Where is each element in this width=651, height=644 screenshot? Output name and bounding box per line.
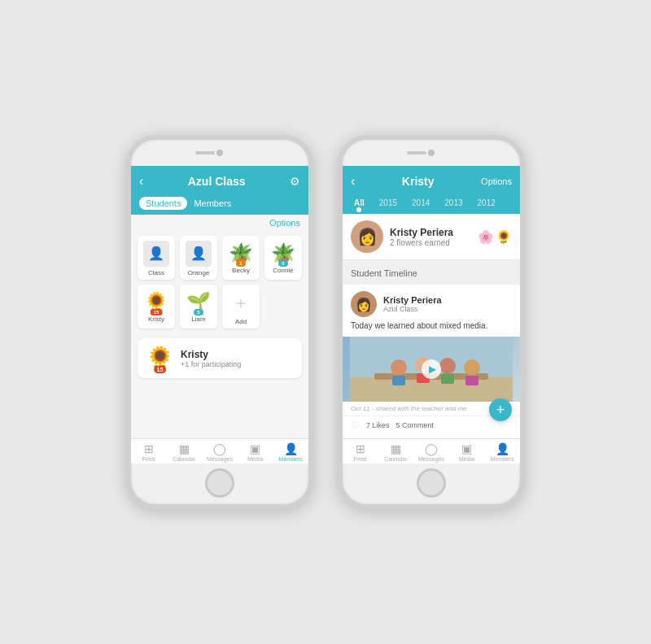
svg-point-6 bbox=[464, 359, 480, 376]
right-back-button[interactable]: ‹ bbox=[351, 174, 355, 189]
calendar-label: Calendar bbox=[173, 456, 195, 462]
nav-feed[interactable]: ⊞ Feed bbox=[131, 442, 167, 462]
right-phone: ‹ Kristy Options All 2015 2014 2013 2012… bbox=[338, 135, 525, 509]
right-nav-messages[interactable]: ◯ Messages bbox=[413, 442, 449, 462]
flower-2: 🌻 bbox=[496, 229, 512, 245]
student-grid: 👤 Class 👤 Orange 🪴 1 bbox=[131, 231, 308, 333]
right-bottom-nav: ⊞ Feed ▦ Calendar ◯ Messages ▣ Media 👤 bbox=[343, 438, 520, 463]
right-messages-label: Messages bbox=[418, 456, 444, 462]
right-nav-members[interactable]: 👤 Members bbox=[484, 442, 520, 462]
student-card-becky[interactable]: 🪴 1 Becky bbox=[222, 236, 260, 280]
student-card-liam[interactable]: 🌱 5 Liam bbox=[180, 285, 217, 329]
svg-rect-10 bbox=[465, 376, 478, 385]
left-header: ‹ Azul Class ⚙ bbox=[131, 166, 308, 197]
members-icon: 👤 bbox=[284, 442, 298, 455]
post-author-class: Azul Class bbox=[383, 305, 442, 313]
timeline-label: Student Timeline bbox=[351, 268, 417, 278]
student-card-orange[interactable]: 👤 Orange bbox=[180, 236, 217, 280]
notification-bar: 🌻 15 Kristy +1 for participating bbox=[138, 338, 302, 378]
liam-badge: 5 bbox=[194, 309, 203, 315]
tab-students[interactable]: Students bbox=[139, 197, 187, 210]
like-icon[interactable]: ♡ bbox=[351, 420, 360, 431]
profile-avatar: 👩 bbox=[351, 220, 383, 253]
year-tab-2013[interactable]: 2013 bbox=[439, 197, 467, 209]
members-label: Members bbox=[279, 456, 303, 462]
media-label: Media bbox=[247, 456, 263, 462]
messages-label: Messages bbox=[207, 456, 233, 462]
home-button-left[interactable] bbox=[205, 468, 234, 498]
class-avatar: 👤 bbox=[143, 241, 169, 267]
kristy-badge: 15 bbox=[151, 309, 163, 315]
fab-button[interactable]: + bbox=[489, 398, 512, 421]
profile-subtitle: 2 flowers earned bbox=[390, 238, 471, 247]
play-button[interactable]: ▶ bbox=[422, 359, 441, 379]
timeline-section: Student Timeline bbox=[343, 260, 520, 285]
options-link[interactable]: Options bbox=[269, 218, 300, 228]
back-button[interactable]: ‹ bbox=[139, 174, 143, 189]
avatar-face-icon: 👩 bbox=[357, 227, 378, 246]
post-author-info: Kristy Periera Azul Class bbox=[383, 295, 442, 313]
post-avatar-face: 👩 bbox=[356, 297, 372, 312]
add-student-card[interactable]: ＋ Add bbox=[222, 285, 260, 329]
notif-text: Kristy +1 for participating bbox=[181, 349, 241, 368]
feed-icon: ⊞ bbox=[144, 442, 154, 455]
orange-avatar: 👤 bbox=[186, 241, 212, 267]
likes-text: 7 Likes bbox=[366, 421, 390, 429]
right-calendar-label: Calendar bbox=[384, 456, 407, 462]
right-media-label: Media bbox=[459, 456, 474, 462]
notif-flower-container: 🌻 15 bbox=[146, 345, 174, 372]
connie-name: Connie bbox=[273, 267, 293, 274]
orange-name: Orange bbox=[188, 269, 210, 276]
post-image[interactable]: ▶ bbox=[343, 337, 520, 402]
nav-media[interactable]: ▣ Media bbox=[238, 442, 273, 462]
becky-flower-pot: 🪴 1 bbox=[228, 241, 254, 267]
right-nav-feed[interactable]: ⊞ Feed bbox=[343, 442, 378, 462]
svg-rect-9 bbox=[441, 374, 454, 384]
person-icon: 👤 bbox=[148, 247, 164, 260]
profile-card: 👩 Kristy Periera 2 flowers earned 🌸 🌻 bbox=[343, 214, 520, 260]
right-header-title: Kristy bbox=[402, 175, 435, 188]
right-nav-media[interactable]: ▣ Media bbox=[449, 442, 485, 462]
nav-messages[interactable]: ◯ Messages bbox=[202, 442, 238, 462]
notif-badge: 15 bbox=[154, 366, 167, 373]
becky-name: Becky bbox=[232, 267, 250, 274]
messages-icon: ◯ bbox=[213, 442, 226, 455]
home-button-right[interactable] bbox=[417, 468, 446, 498]
svg-point-3 bbox=[391, 359, 407, 376]
nav-calendar[interactable]: ▦ Calendar bbox=[167, 442, 203, 462]
post-card: 👩 Kristy Periera Azul Class Today we lea… bbox=[343, 285, 520, 463]
nav-members[interactable]: 👤 Members bbox=[273, 442, 308, 462]
right-media-icon: ▣ bbox=[461, 442, 472, 455]
year-tab-2015[interactable]: 2015 bbox=[374, 197, 402, 209]
connie-flower-pot: 🪴 0 bbox=[270, 241, 296, 267]
year-tab-all[interactable]: All bbox=[349, 197, 369, 209]
right-nav-calendar[interactable]: ▦ Calendar bbox=[378, 442, 414, 462]
add-icon: ＋ bbox=[228, 289, 254, 315]
add-label: Add bbox=[235, 318, 247, 325]
tabs-bar: Students Members bbox=[131, 197, 308, 215]
post-author-name: Kristy Periera bbox=[383, 295, 442, 305]
kristy-name: Kristy bbox=[148, 315, 164, 323]
tab-members[interactable]: Members bbox=[187, 197, 238, 210]
svg-point-5 bbox=[439, 358, 456, 374]
post-header: 👩 Kristy Periera Azul Class bbox=[343, 285, 520, 320]
student-card-kristy[interactable]: 🌻 15 Kristy bbox=[138, 285, 175, 329]
connie-badge: 0 bbox=[278, 260, 288, 267]
right-feed-icon: ⊞ bbox=[356, 442, 365, 455]
year-tab-2014[interactable]: 2014 bbox=[407, 197, 435, 209]
right-options-button[interactable]: Options bbox=[481, 176, 512, 186]
right-members-label: Members bbox=[491, 456, 514, 462]
right-screen: ‹ Kristy Options All 2015 2014 2013 2012… bbox=[343, 166, 520, 463]
notif-name: Kristy bbox=[181, 349, 241, 360]
student-card-connie[interactable]: 🪴 0 Connie bbox=[264, 236, 302, 280]
right-calendar-icon: ▦ bbox=[391, 442, 401, 455]
profile-flowers: 🌸 🌻 bbox=[478, 229, 512, 245]
post-text: Today we learned about mixed media. bbox=[343, 320, 520, 337]
person-icon-2: 👤 bbox=[190, 247, 207, 260]
svg-rect-1 bbox=[350, 377, 513, 402]
year-tab-2012[interactable]: 2012 bbox=[473, 197, 500, 209]
post-author-avatar: 👩 bbox=[351, 291, 377, 317]
settings-icon[interactable]: ⚙ bbox=[290, 175, 300, 188]
student-card-class[interactable]: 👤 Class bbox=[138, 236, 175, 280]
left-screen: ‹ Azul Class ⚙ Students Members Options … bbox=[131, 166, 308, 463]
